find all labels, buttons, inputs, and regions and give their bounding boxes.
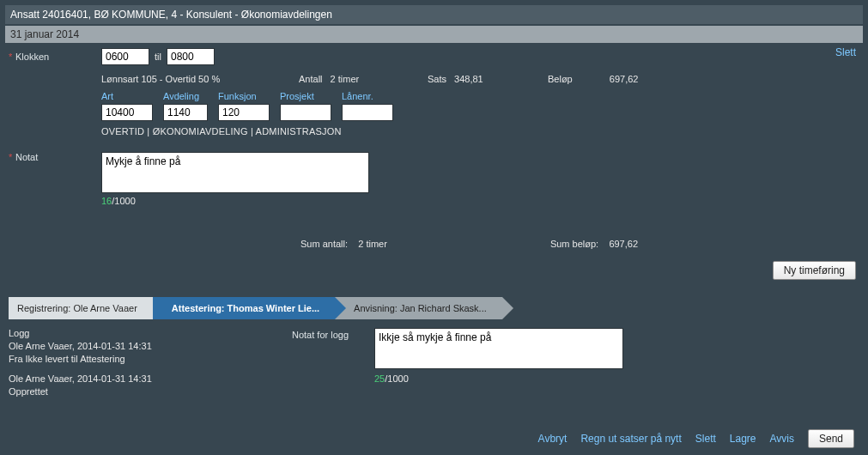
avbryt-link[interactable]: Avbryt (538, 433, 568, 445)
notat-count-max: /1000 (112, 196, 136, 206)
lanenr-link[interactable]: Lånenr. (342, 91, 393, 101)
avdeling-input[interactable] (163, 104, 208, 121)
workflow-step-anvisning[interactable]: Anvisning: Jan Richard Skask... (335, 297, 502, 319)
avdeling-link[interactable]: Avdeling (163, 91, 208, 101)
log-entry-text: Opprettet (9, 385, 292, 398)
sum-belop-value: 697,62 (609, 239, 638, 249)
regn-ut-link[interactable]: Regn ut satser på nytt (580, 433, 681, 445)
notat-count-current: 16 (101, 196, 112, 206)
art-input[interactable] (101, 104, 153, 121)
sum-belop-label: Sum beløp: (550, 239, 598, 249)
send-button[interactable]: Send (808, 429, 854, 448)
time-from-input[interactable] (101, 48, 149, 65)
prosjekt-input[interactable] (280, 104, 331, 121)
log-count-current: 25 (374, 373, 385, 384)
til-label: til (155, 52, 161, 62)
notat-textarea[interactable] (101, 152, 369, 193)
klokken-label: Klokken (15, 52, 101, 62)
sats-value: 348,81 (454, 74, 483, 84)
ny-timeforing-button[interactable]: Ny timeføring (773, 261, 856, 280)
art-link[interactable]: Art (101, 91, 153, 101)
sum-antall-label: Sum antall: (300, 239, 348, 249)
sats-label: Sats (428, 74, 446, 84)
log-entry-meta: Ole Arne Vaaer, 2014-01-31 14:31 (9, 373, 292, 385)
workflow-steps: Registrering: Ole Arne Vaaer Attestering… (9, 297, 859, 319)
required-marker-notat: * (9, 152, 15, 193)
log-entry: Ole Arne Vaaer, 2014-01-31 14:31 Fra Ikk… (9, 340, 292, 366)
log-notat-textarea[interactable] (374, 328, 623, 369)
funksjon-link[interactable]: Funksjon (218, 91, 270, 101)
prosjekt-link[interactable]: Prosjekt (280, 91, 331, 101)
log-entry-meta: Ole Arne Vaaer, 2014-01-31 14:31 (9, 340, 292, 353)
lonnsart-text: Lønnsart 105 - Overtid 50 % (101, 74, 299, 84)
notat-label: Notat (15, 152, 101, 193)
log-notat-label: Notat for logg (292, 328, 374, 405)
log-count-max: /1000 (385, 373, 409, 384)
log-entry-text: Fra Ikke levert til Attestering (9, 353, 292, 366)
lagre-link[interactable]: Lagre (730, 433, 756, 445)
log-heading: Logg (9, 328, 292, 338)
date-bar: 31 januar 2014 (5, 26, 863, 43)
workflow-step-registrering[interactable]: Registrering: Ole Arne Vaaer (9, 297, 153, 319)
account-description: OVERTID | ØKONOMIAVDELING | ADMINISTRASJ… (101, 126, 859, 136)
antall-value: 2 timer (331, 74, 360, 84)
belop-label: Beløp (548, 74, 573, 84)
employee-header: Ansatt 24016401, BØ KOMMUNE, 4 - Konsule… (5, 5, 863, 24)
log-entry: Ole Arne Vaaer, 2014-01-31 14:31 Opprett… (9, 373, 292, 398)
lanenr-input[interactable] (342, 104, 393, 121)
required-marker: * (9, 52, 15, 62)
avvis-link[interactable]: Avvis (770, 433, 794, 445)
antall-label: Antall (299, 74, 323, 84)
belop-value: 697,62 (610, 74, 639, 84)
slett-link[interactable]: Slett (695, 433, 716, 445)
funksjon-input[interactable] (218, 104, 270, 121)
delete-link-top[interactable]: Slett (835, 46, 856, 58)
sum-antall-value: 2 timer (358, 239, 387, 249)
time-to-input[interactable] (167, 48, 215, 65)
workflow-step-attestering[interactable]: Attestering: Thomas Winter Lie... (153, 297, 335, 319)
